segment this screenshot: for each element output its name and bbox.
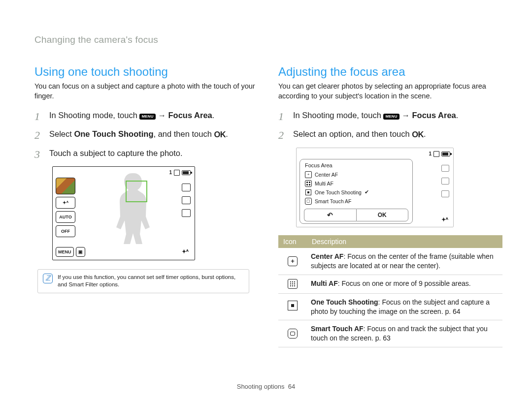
one-touch-icon: [288, 301, 298, 310]
table-row: One Touch Shooting: Focus on the subject…: [278, 293, 502, 320]
table-row: Smart Touch AF: Focus on and track the s…: [278, 320, 502, 347]
ok-icon: OK: [214, 129, 226, 141]
focus-area-dialog: Focus Area + Center AF Multi AF One Touc…: [299, 159, 413, 224]
breadcrumb: Changing the camera's focus: [34, 34, 502, 45]
focus-box-indicator: [126, 181, 147, 202]
note-box: ℤ If you use this function, you cannot s…: [37, 269, 249, 293]
ok-button: OK: [356, 209, 409, 221]
back-button: ↶: [304, 209, 356, 221]
flash-status-icon: ✦ᴬ: [181, 248, 190, 256]
smart-touch-icon: ▢: [305, 198, 312, 205]
page-footer: Shooting options 64: [0, 383, 532, 390]
left-step-1: In Shooting mode, touch MENU → Focus Are…: [34, 110, 259, 122]
cam-stage: [78, 178, 192, 244]
cam-right-icon: [182, 209, 191, 217]
check-icon: ✔: [365, 189, 369, 195]
right-steps: In Shooting mode, touch MENU → Focus Are…: [278, 110, 502, 141]
table-head-icon: Icon: [278, 235, 307, 248]
multi-af-icon: [305, 180, 312, 187]
focus-area-description-table: Icon Description Center AF: Focus on the…: [278, 235, 502, 347]
cam-right-icon: [182, 196, 191, 204]
left-intro: You can focus on a subject and capture a…: [34, 82, 259, 101]
dialog-side-icons: [441, 165, 449, 197]
multi-af-icon: [288, 279, 298, 289]
dialog-option-center-af: + Center AF: [304, 170, 408, 179]
dialog-option-multi-af: Multi AF: [304, 179, 408, 188]
sd-card-icon: [433, 151, 439, 157]
dialog-option-smart-touch: ▢ Smart Touch AF: [304, 197, 408, 206]
battery-icon: [182, 170, 191, 175]
dialog-title: Focus Area: [305, 162, 408, 168]
table-row: Multi AF: Focus on one or more of 9 poss…: [278, 275, 502, 293]
focus-area-dialog-illustration: 1 Focus Area + Center AF Multi AF: [296, 148, 454, 227]
cam-right-icon: [182, 184, 191, 191]
cam-right-icons: [182, 184, 191, 217]
flash-status-icon: ✦ᴬ: [441, 216, 448, 223]
left-column: Using one touch shooting You can focus o…: [34, 65, 259, 347]
thumbnail-icon: [56, 178, 75, 194]
left-step-3: Touch a subject to capture the photo.: [34, 148, 259, 159]
menu-icon: MENU: [383, 114, 399, 120]
left-step-2: Select One Touch Shooting, and then touc…: [34, 128, 259, 141]
left-steps: In Shooting mode, touch MENU → Focus Are…: [34, 110, 259, 159]
note-text: If you use this function, you cannot set…: [58, 274, 244, 289]
side-icon: [441, 190, 449, 197]
center-af-icon: +: [305, 171, 312, 178]
sd-card-icon: [174, 170, 180, 176]
camera-screen-illustration: 1 ✦ᴬ AUTO OFF: [52, 166, 195, 260]
note-icon: ℤ: [43, 274, 53, 283]
shot-counter: 1: [169, 170, 172, 175]
right-step-1: In Shooting mode, touch MENU → Focus Are…: [278, 110, 502, 122]
dialog-option-one-touch: One Touch Shooting ✔: [304, 188, 408, 197]
table-row: Center AF: Focus on the center of the fr…: [278, 248, 502, 275]
right-intro: You can get clearer photos by selecting …: [278, 82, 502, 101]
menu-icon: MENU: [139, 114, 155, 120]
center-af-icon: [288, 256, 298, 266]
display-mode-button: ▣: [76, 247, 85, 257]
flash-mode-button: ✦ᴬ: [56, 197, 75, 209]
ok-icon: OK: [412, 129, 424, 141]
cam-left-buttons: ✦ᴬ AUTO OFF: [56, 178, 75, 244]
cam-bottom-bar: MENU ▣: [56, 247, 192, 257]
shot-counter: 1: [429, 151, 432, 156]
auto-mode-button: AUTO: [56, 211, 75, 223]
timer-off-button: OFF: [56, 225, 75, 237]
menu-button: MENU: [56, 247, 74, 257]
smart-touch-icon: [288, 329, 298, 339]
right-step-2: Select an option, and then touch OK.: [278, 128, 502, 141]
one-touch-icon: [305, 189, 312, 196]
side-icon: [441, 165, 449, 172]
side-icon: [441, 178, 449, 185]
table-head-description: Description: [307, 235, 502, 248]
battery-icon: [441, 152, 450, 156]
left-heading: Using one touch shooting: [34, 65, 259, 79]
right-heading: Adjusting the focus area: [278, 65, 502, 79]
right-column: Adjusting the focus area You can get cle…: [278, 65, 502, 347]
